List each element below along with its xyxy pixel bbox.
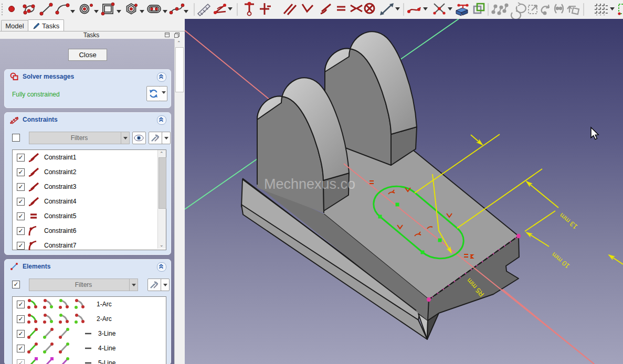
svg-text:Mechnexus.co: Mechnexus.co (264, 176, 355, 192)
